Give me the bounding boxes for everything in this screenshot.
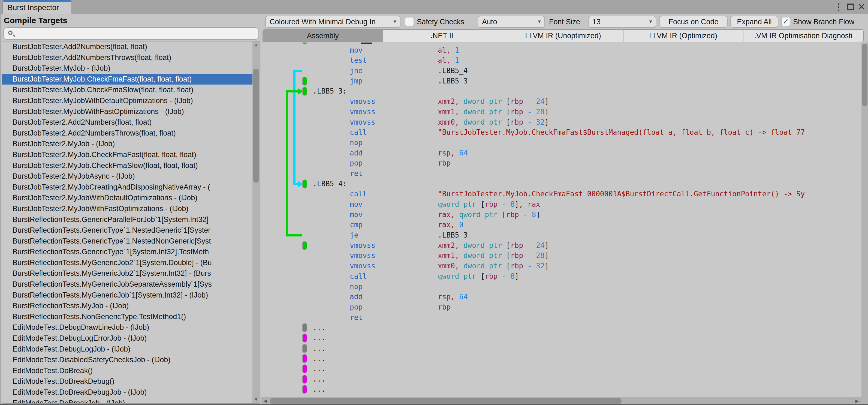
code-line: moval, 1 bbox=[261, 45, 862, 56]
list-item[interactable]: BurstJobTester.Add2Numbers(float, float) bbox=[2, 41, 253, 52]
list-scrollbar[interactable]: ▲ ▼ bbox=[252, 41, 260, 403]
window-bottom-edge bbox=[0, 404, 868, 405]
list-scrollbar-thumb[interactable] bbox=[253, 69, 259, 183]
target-dropdown[interactable]: Auto ▼ bbox=[477, 16, 545, 28]
code-line: vmovssxmm1, dword ptr [rbp - 28] bbox=[261, 251, 862, 261]
tab-assembly[interactable]: Assembly bbox=[263, 30, 383, 42]
code-line: nop bbox=[261, 138, 862, 148]
list-item[interactable]: BurstReflectionTests.GenericParallelForJ… bbox=[2, 214, 253, 225]
list-item[interactable]: EditModeTest.DoBreak() bbox=[2, 366, 253, 376]
block-marker bbox=[302, 77, 307, 86]
search-input[interactable] bbox=[18, 28, 252, 39]
show-branch-flow-checkbox[interactable]: ✓ bbox=[781, 17, 790, 26]
list-item[interactable]: BurstJobTester2.MyJob.CheckFmaFast(float… bbox=[2, 149, 253, 161]
list-item[interactable]: EditModeTest.DisabledSafetyChecksJob - (… bbox=[2, 354, 253, 366]
title-bar: Burst Inspector ⋮ ✕ bbox=[0, 0, 868, 14]
list-item[interactable]: BurstJobTester2.MyJob.CheckFmaSlow(float… bbox=[2, 161, 253, 171]
list-item[interactable]: BurstJobTester2.MyJob - (IJob) bbox=[2, 139, 253, 149]
list-item[interactable]: BurstJobTester2.MyJobAsync - (IJob) bbox=[2, 171, 253, 182]
block-marker bbox=[302, 179, 307, 189]
debug-mode-dropdown[interactable]: Coloured With Minimal Debug In ▼ bbox=[265, 16, 400, 28]
code-vscrollbar-thumb[interactable] bbox=[862, 44, 867, 106]
code-line: poprbp bbox=[261, 158, 862, 169]
block-marker bbox=[302, 344, 307, 353]
chevron-down-icon: ▼ bbox=[537, 17, 542, 27]
tab--vm-ir-optimisation-diagnosti[interactable]: .VM IR Optimisation Diagnosti bbox=[743, 30, 863, 42]
list-item[interactable]: BurstJobTester.MyJob.CheckFmaSlow(float,… bbox=[2, 85, 253, 95]
code-line: call"BurstJobTester.MyJob.CheckFmaFast$B… bbox=[261, 127, 862, 138]
list-item[interactable]: BurstJobTester.MyJobWithFastOptimization… bbox=[2, 106, 253, 117]
collapsed-block-row[interactable]: ... bbox=[261, 374, 862, 384]
compile-targets-panel: Compile Targets BurstJobTester.Add2Numbe… bbox=[0, 14, 261, 405]
code-vertical-scrollbar[interactable] bbox=[862, 42, 868, 397]
list-item[interactable]: BurstJobTester2.MyJobCreatingAndDisposin… bbox=[2, 182, 253, 193]
list-item[interactable]: BurstJobTester.MyJob.CheckFmaFast(float,… bbox=[2, 74, 253, 85]
list-item[interactable]: BurstReflectionTests.MyGenericJob2`1[Sys… bbox=[2, 257, 253, 268]
list-item[interactable]: BurstJobTester.MyJob - (IJob) bbox=[2, 63, 253, 74]
collapsed-block-row[interactable]: ... bbox=[261, 364, 862, 374]
code-line: addrsp, 64 bbox=[261, 292, 862, 302]
close-icon[interactable]: ✕ bbox=[856, 0, 867, 14]
list-item[interactable]: EditModeTest.DoBreakJob - (IJob) bbox=[2, 398, 253, 404]
tab--net-il[interactable]: .NET IL bbox=[383, 30, 503, 42]
list-item[interactable]: BurstReflectionTests.MyGenericJobSeparat… bbox=[2, 279, 253, 290]
scroll-down-icon[interactable]: ▼ bbox=[252, 396, 260, 403]
list-item[interactable]: BurstReflectionTests.MyGenericJob`1[Syst… bbox=[2, 290, 253, 301]
font-size-value: 13 bbox=[592, 18, 600, 26]
list-item[interactable]: BurstJobTester.Add2NumbersThrows(float, … bbox=[2, 52, 253, 63]
code-line: callqword ptr [rbp - 8] bbox=[261, 271, 862, 282]
tab-llvm-ir-unoptimized-[interactable]: LLVM IR (Unoptimized) bbox=[503, 30, 623, 42]
assembly-code-view[interactable]: moval, 1testal, 1jne.LBB5_4jmp.LBB5_3.LB… bbox=[261, 42, 862, 397]
code-line: .LBB5_4: bbox=[261, 179, 862, 189]
scroll-up-icon[interactable]: ▲ bbox=[252, 41, 260, 49]
collapsed-block-row[interactable]: ... bbox=[261, 323, 862, 333]
code-line: call"BurstJobTester.MyJob.CheckFmaFast_0… bbox=[261, 189, 862, 199]
expand-all-button[interactable]: Expand All bbox=[730, 16, 778, 28]
block-marker bbox=[302, 42, 307, 45]
window-menu-icon[interactable]: ⋮ bbox=[833, 0, 844, 14]
list-item[interactable]: EditModeTest.DoBreakDebug() bbox=[2, 376, 253, 387]
list-item[interactable]: EditModeTest.DebugLogErrorJob - (IJob) bbox=[2, 333, 253, 344]
block-marker bbox=[302, 241, 307, 250]
collapsed-block-row[interactable]: ... bbox=[261, 353, 862, 364]
list-item[interactable]: EditModeTest.DebugLogJob - (IJob) bbox=[2, 344, 253, 355]
list-item[interactable]: BurstJobTester2.Add2Numbers(float, float… bbox=[2, 117, 253, 128]
compile-targets-header: Compile Targets bbox=[4, 16, 67, 25]
font-size-dropdown[interactable]: 13 ▼ bbox=[588, 16, 656, 28]
list-item[interactable]: BurstReflectionTests.NonGenericType.Test… bbox=[2, 312, 253, 322]
list-item[interactable]: BurstJobTester2.Add2NumbersThrows(float,… bbox=[2, 128, 253, 139]
list-item[interactable]: BurstReflectionTests.GenericType`1.Neste… bbox=[2, 236, 253, 247]
list-item[interactable]: BurstReflectionTests.MyGenericJob2`1[Sys… bbox=[2, 268, 253, 279]
focus-on-code-button[interactable]: Focus on Code bbox=[659, 16, 727, 28]
tab-llvm-ir-optimized-[interactable]: LLVM IR (Optimized) bbox=[623, 30, 744, 42]
block-marker bbox=[302, 354, 307, 363]
collapsed-block-row[interactable]: ... bbox=[261, 343, 862, 354]
code-line: vmovssxmm2, dword ptr [rbp - 24] bbox=[261, 96, 862, 107]
search-box[interactable] bbox=[3, 27, 259, 40]
code-line: nop bbox=[261, 282, 862, 292]
window-tab-label: Burst Inspector bbox=[8, 3, 59, 12]
view-tabs: Assembly.NET ILLLVM IR (Unoptimized)LLVM… bbox=[262, 29, 864, 42]
window-tab-burst-inspector[interactable]: Burst Inspector bbox=[2, 0, 72, 14]
maximize-icon[interactable] bbox=[845, 0, 856, 14]
code-line: je.LBB5_3 bbox=[261, 230, 862, 240]
list-item[interactable]: EditModeTest.DoBreakDebugJob - (IJob) bbox=[2, 387, 253, 398]
view-tab-bar: Assembly.NET ILLLVM IR (Unoptimized)LLVM… bbox=[261, 29, 868, 42]
collapsed-block-row[interactable]: ... bbox=[261, 384, 862, 395]
list-item[interactable]: BurstReflectionTests.GenericType`1.Neste… bbox=[2, 225, 253, 236]
list-item[interactable]: BurstJobTester2.MyJobWithFastOptimizatio… bbox=[2, 203, 253, 214]
code-hscrollbar-thumb[interactable] bbox=[270, 398, 622, 404]
collapsed-block-row[interactable]: ... bbox=[261, 333, 862, 343]
block-marker bbox=[302, 375, 307, 384]
code-line: vmovssxmm0, dword ptr [rbp - 32] bbox=[261, 261, 862, 271]
list-item[interactable]: BurstReflectionTests.MyJob - (IJob) bbox=[2, 300, 253, 312]
toolbar: Coloured With Minimal Debug In ▼ Safety … bbox=[261, 14, 868, 29]
list-item[interactable]: EditModeTest.DebugDrawLineJob - (IJob) bbox=[2, 322, 253, 333]
list-item[interactable]: BurstJobTester.MyJobWithDefaultOptimizat… bbox=[2, 95, 253, 106]
debug-mode-value: Coloured With Minimal Debug In bbox=[270, 18, 376, 26]
code-lines: moval, 1testal, 1jne.LBB5_4jmp.LBB5_3.LB… bbox=[261, 42, 862, 395]
list-item[interactable]: BurstJobTester2.MyJobWithDefaultOptimiza… bbox=[2, 193, 253, 203]
list-item[interactable]: BurstReflectionTests.GenericType`1[Syste… bbox=[2, 247, 253, 257]
safety-checks-checkbox[interactable] bbox=[405, 17, 414, 26]
block-marker bbox=[302, 385, 307, 394]
